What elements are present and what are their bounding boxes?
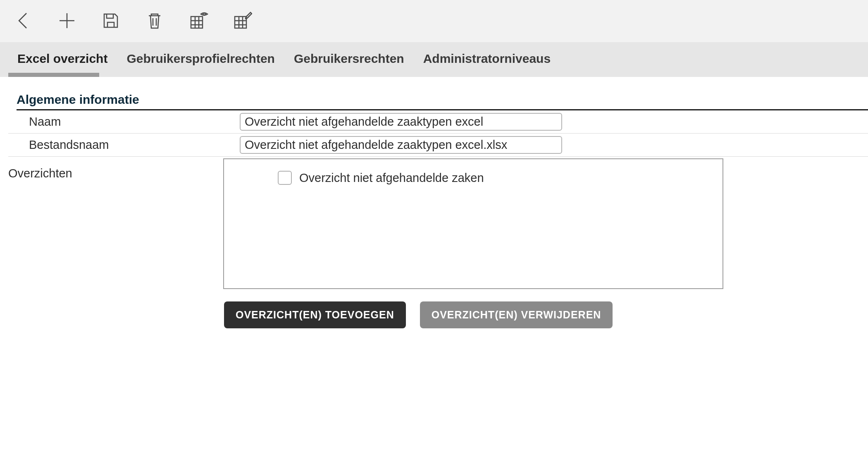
plus-icon bbox=[57, 11, 77, 32]
overzicht-checkbox[interactable] bbox=[278, 171, 292, 185]
section-header: Algemene informatie bbox=[17, 93, 868, 110]
overzichten-listbox[interactable]: Overzicht niet afgehandelde zaken bbox=[223, 158, 723, 289]
trash-icon bbox=[145, 11, 165, 32]
add-overzicht-button[interactable]: OVERZICHT(EN) TOEVOEGEN bbox=[224, 301, 406, 328]
table-edit-button[interactable] bbox=[231, 10, 254, 33]
bestandsnaam-input[interactable] bbox=[240, 136, 562, 154]
save-button[interactable] bbox=[99, 10, 122, 33]
overzichten-block: Overzichten Overzicht niet afgehandelde … bbox=[8, 158, 868, 289]
overzicht-item-label: Overzicht niet afgehandelde zaken bbox=[299, 171, 484, 185]
bestandsnaam-label: Bestandsnaam bbox=[8, 138, 240, 152]
table-view-button[interactable] bbox=[187, 10, 210, 33]
form-row-bestandsnaam: Bestandsnaam bbox=[8, 134, 868, 157]
table-eye-icon bbox=[188, 11, 208, 32]
save-icon bbox=[101, 11, 121, 32]
remove-overzicht-button[interactable]: OVERZICHT(EN) VERWIJDEREN bbox=[420, 301, 613, 328]
tab-bar: Excel overzicht Gebruikersprofielrechten… bbox=[0, 42, 868, 77]
tab-gebruikersrechten[interactable]: Gebruikersrechten bbox=[294, 42, 404, 77]
form-row-naam: Naam bbox=[8, 110, 868, 134]
toolbar bbox=[0, 0, 868, 42]
svg-point-0 bbox=[203, 13, 205, 15]
overzichten-label: Overzichten bbox=[8, 158, 223, 289]
tab-administratorniveaus[interactable]: Administratorniveaus bbox=[423, 42, 551, 77]
back-button[interactable] bbox=[12, 10, 35, 33]
section-title: Algemene informatie bbox=[17, 93, 868, 110]
action-buttons: OVERZICHT(EN) TOEVOEGEN OVERZICHT(EN) VE… bbox=[224, 301, 868, 328]
tab-gebruikersprofielrechten[interactable]: Gebruikersprofielrechten bbox=[126, 42, 274, 77]
chevron-left-icon bbox=[13, 11, 33, 32]
list-item: Overzicht niet afgehandelde zaken bbox=[278, 171, 713, 185]
naam-label: Naam bbox=[8, 115, 240, 129]
delete-button[interactable] bbox=[143, 10, 166, 33]
tab-excel-overzicht[interactable]: Excel overzicht bbox=[17, 42, 107, 77]
add-button[interactable] bbox=[55, 10, 79, 33]
table-pencil-icon bbox=[232, 11, 252, 32]
naam-input[interactable] bbox=[240, 113, 562, 131]
